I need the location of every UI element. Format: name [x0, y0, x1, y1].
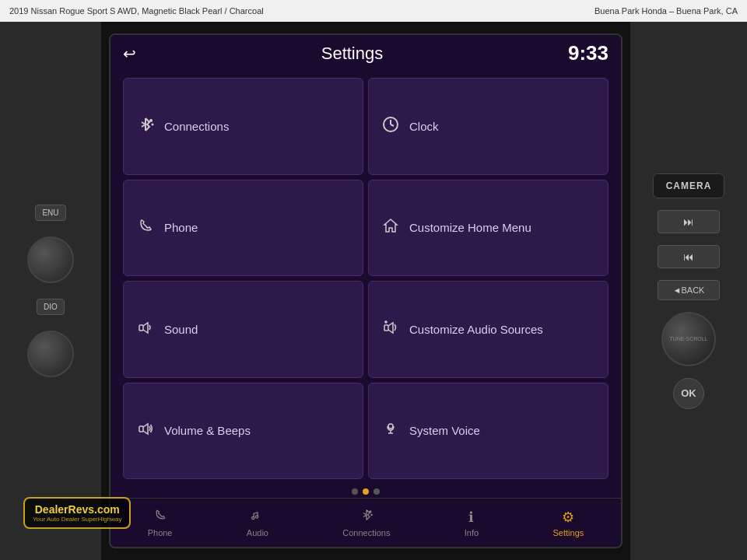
menu-item-phone[interactable]: Phone [123, 180, 363, 277]
menu-item-customize-home[interactable]: Customize Home Menu [368, 180, 608, 277]
nav-audio[interactable]: Audio [237, 505, 278, 541]
page-dots [110, 485, 621, 498]
dio-button[interactable]: DIO [37, 299, 65, 315]
dealer-logo-site: DealerRevs.com [33, 503, 121, 516]
svg-point-14 [370, 514, 372, 516]
menu-item-connections[interactable]: Connections [123, 78, 363, 175]
menu-item-clock[interactable]: Clock [368, 78, 608, 175]
nav-phone-icon [153, 508, 167, 526]
dot-3 [374, 488, 380, 495]
clock-label: Clock [409, 120, 439, 133]
svg-point-13 [369, 510, 371, 513]
main-area: ENU DIO ↩ Settings 9:33 [0, 22, 747, 560]
menu-item-sound[interactable]: Sound [123, 281, 363, 378]
nav-phone[interactable]: Phone [139, 505, 182, 541]
customize-home-label: Customize Home Menu [409, 221, 531, 234]
nav-settings-icon: ⚙ [562, 509, 574, 526]
svg-point-12 [255, 516, 258, 518]
dot-2 [363, 488, 369, 495]
svg-rect-5 [139, 325, 143, 331]
svg-rect-7 [139, 426, 143, 432]
left-panel: ENU DIO [0, 22, 101, 560]
skip-forward-button[interactable]: ⏭ [658, 210, 720, 233]
dot-1 [352, 488, 358, 495]
left-bottom-knob[interactable] [27, 331, 74, 377]
top-bar-dealer: Buena Park Honda – Buena Park, CA [594, 6, 738, 16]
phone-label: Phone [164, 221, 198, 234]
svg-point-1 [152, 123, 154, 125]
volume-icon [136, 420, 155, 441]
settings-menu-grid: Connections Clock [110, 72, 621, 485]
menu-item-system-voice[interactable]: System Voice [368, 383, 608, 480]
skip-back-button[interactable]: ⏮ [658, 245, 720, 268]
dealer-logo-tagline: Your Auto Dealer SuperHighway [33, 516, 121, 523]
left-volume-knob[interactable] [27, 236, 74, 283]
svg-point-0 [149, 119, 153, 122]
nav-phone-label: Phone [148, 528, 173, 537]
menu-item-customize-audio[interactable]: Customize Audio Sources [368, 281, 608, 378]
system-voice-label: System Voice [409, 424, 480, 437]
center-screen: ↩ Settings 9:33 Connections [101, 22, 630, 560]
screen-time: 9:33 [568, 41, 608, 65]
nav-info-label: Info [465, 528, 479, 537]
bottom-nav: Phone Audio [110, 498, 621, 547]
menu-item-volume-beeps[interactable]: Volume & Beeps [123, 383, 363, 480]
connections-label: Connections [164, 120, 229, 133]
right-panel: CAMERA ⏭ ⏮ ◄BACK TUNE·SCROLL OK [630, 22, 747, 560]
sound-icon [136, 319, 155, 340]
bluetooth-connections-icon [136, 116, 155, 137]
customize-audio-label: Customize Audio Sources [409, 323, 543, 336]
ok-button[interactable]: OK [673, 378, 704, 409]
camera-button[interactable]: CAMERA [653, 173, 725, 198]
svg-line-4 [391, 124, 394, 126]
top-bar: 2019 Nissan Rogue Sport S AWD, Magnetic … [0, 0, 747, 22]
svg-rect-6 [384, 325, 388, 331]
nav-settings[interactable]: ⚙ Settings [544, 506, 594, 541]
top-bar-title: 2019 Nissan Rogue Sport S AWD, Magnetic … [9, 6, 264, 16]
screen-display: ↩ Settings 9:33 Connections [109, 33, 622, 548]
nav-info-icon: ℹ [468, 509, 474, 526]
nav-connections[interactable]: Connections [333, 505, 399, 541]
screen-header: ↩ Settings 9:33 [110, 35, 621, 72]
nav-connections-label: Connections [342, 528, 390, 537]
back-button[interactable]: ↩ [123, 44, 136, 63]
volume-beeps-label: Volume & Beeps [164, 424, 251, 437]
nav-audio-icon [251, 508, 265, 526]
home-icon [381, 217, 400, 238]
nav-info[interactable]: ℹ Info [455, 506, 488, 541]
nav-settings-label: Settings [553, 528, 584, 537]
menu-button[interactable]: ENU [35, 205, 65, 221]
nav-audio-label: Audio [247, 528, 268, 537]
screen-title: Settings [136, 44, 568, 64]
clock-icon [381, 116, 400, 137]
system-voice-icon [381, 420, 400, 441]
nav-connections-icon [359, 508, 374, 526]
sound-label: Sound [164, 323, 198, 336]
svg-point-11 [252, 516, 254, 519]
scroll-right-indicator: › [622, 270, 622, 288]
back-button-right[interactable]: ◄BACK [658, 280, 720, 300]
svg-point-8 [388, 424, 393, 429]
audio-sources-icon [381, 319, 400, 340]
dealer-logo: DealerRevs.com Your Auto Dealer SuperHig… [23, 497, 131, 529]
phone-icon [136, 217, 155, 238]
tune-scroll-knob[interactable]: TUNE·SCROLL [661, 312, 716, 366]
